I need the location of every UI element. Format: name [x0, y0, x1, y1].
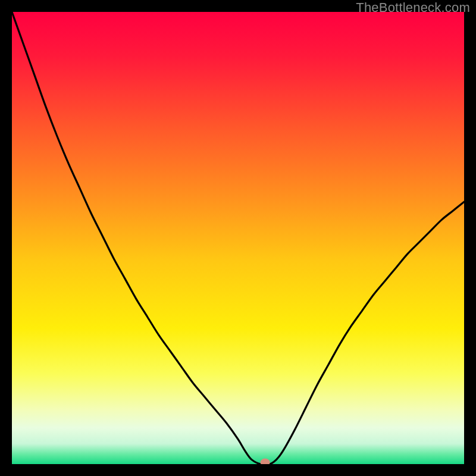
attribution-label: TheBottleneck.com	[356, 0, 470, 15]
bottleneck-chart	[12, 12, 464, 464]
gradient-background	[12, 12, 464, 464]
chart-frame: TheBottleneck.com	[0, 0, 476, 476]
plot-area	[12, 12, 464, 464]
